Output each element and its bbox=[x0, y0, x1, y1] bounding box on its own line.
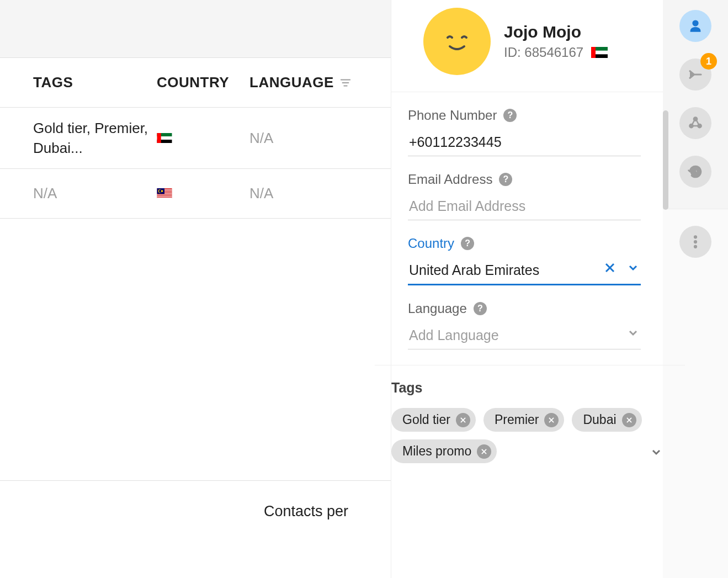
tag-label: Dubai bbox=[583, 412, 616, 427]
field-email: Email Address ? bbox=[408, 172, 641, 220]
contact-id: ID: 68546167 bbox=[504, 45, 583, 60]
tag-label: Gold tier bbox=[402, 412, 450, 427]
tag-chip[interactable]: Gold tier bbox=[391, 408, 476, 432]
svg-point-21 bbox=[694, 245, 697, 248]
tags-chips: Gold tier Premier Dubai Miles promo bbox=[391, 408, 663, 463]
person-icon bbox=[687, 18, 704, 34]
th-tags[interactable]: TAGS bbox=[33, 74, 157, 91]
phone-input[interactable] bbox=[408, 131, 641, 156]
chevron-down-icon[interactable] bbox=[626, 326, 640, 340]
flag-uae-icon bbox=[591, 47, 608, 58]
email-input[interactable] bbox=[408, 195, 641, 220]
contacts-per-label: Contacts per bbox=[264, 503, 348, 519]
expand-tags-button[interactable] bbox=[650, 446, 663, 461]
rail-history-button[interactable] bbox=[679, 156, 711, 188]
remove-tag-icon[interactable] bbox=[456, 413, 470, 427]
flag-malaysia-icon bbox=[157, 188, 172, 198]
row-tags: Gold tier, Premier, Dubai... bbox=[33, 118, 157, 158]
th-country[interactable]: COUNTRY bbox=[157, 74, 249, 91]
rail-badge: 1 bbox=[700, 53, 717, 70]
rail-profile-button[interactable] bbox=[679, 10, 711, 42]
field-country: Country ? bbox=[408, 236, 641, 285]
language-label: Language bbox=[408, 301, 467, 316]
phone-label: Phone Number bbox=[408, 108, 497, 123]
remove-tag-icon[interactable] bbox=[622, 413, 636, 427]
sort-icon[interactable] bbox=[339, 77, 352, 89]
field-language: Language ? bbox=[408, 301, 641, 349]
remove-tag-icon[interactable] bbox=[477, 444, 491, 459]
scrollbar-thumb[interactable] bbox=[663, 110, 668, 210]
email-label: Email Address bbox=[408, 172, 492, 187]
contact-detail-panel: Jojo Mojo ID: 68546167 Phone Number ? Em… bbox=[391, 0, 663, 578]
rail-merge-button[interactable]: 1 bbox=[679, 59, 711, 91]
tag-label: Premier bbox=[495, 412, 539, 427]
panel-header: Jojo Mojo ID: 68546167 bbox=[391, 0, 663, 92]
row-country bbox=[157, 130, 249, 147]
side-rail: 1 bbox=[663, 0, 728, 209]
svg-point-18 bbox=[698, 124, 701, 128]
help-icon[interactable]: ? bbox=[503, 109, 517, 122]
merge-icon bbox=[687, 66, 704, 83]
avatar bbox=[423, 8, 491, 75]
history-icon bbox=[687, 163, 704, 180]
tags-section: Tags Gold tier Premier Dubai Miles promo bbox=[375, 365, 685, 463]
language-select[interactable] bbox=[408, 324, 641, 349]
help-icon[interactable]: ? bbox=[474, 302, 487, 315]
row-tags: N/A bbox=[33, 183, 157, 203]
svg-point-16 bbox=[694, 117, 697, 120]
tag-chip[interactable]: Dubai bbox=[572, 408, 641, 432]
remove-tag-icon[interactable] bbox=[544, 413, 559, 427]
tag-chip[interactable]: Miles promo bbox=[391, 439, 497, 463]
svg-point-19 bbox=[694, 236, 697, 238]
field-phone: Phone Number ? bbox=[408, 108, 641, 156]
rail-more-button[interactable] bbox=[679, 226, 711, 258]
svg-point-17 bbox=[689, 124, 693, 128]
tag-chip[interactable]: Premier bbox=[483, 408, 565, 432]
help-icon[interactable]: ? bbox=[499, 173, 512, 186]
svg-point-20 bbox=[694, 241, 697, 243]
tags-title: Tags bbox=[391, 380, 663, 396]
more-vertical-icon bbox=[687, 234, 704, 250]
rail-share-button[interactable] bbox=[679, 107, 711, 139]
help-icon[interactable]: ? bbox=[461, 237, 474, 250]
contact-name: Jojo Mojo bbox=[504, 23, 608, 41]
chevron-down-icon[interactable] bbox=[626, 261, 640, 274]
th-language-label: LANGUAGE bbox=[249, 74, 334, 91]
row-country bbox=[157, 185, 249, 202]
tag-label: Miles promo bbox=[402, 444, 471, 459]
flag-uae-icon bbox=[157, 133, 172, 143]
share-icon bbox=[687, 115, 704, 131]
clear-icon[interactable] bbox=[603, 261, 617, 274]
country-label: Country bbox=[408, 236, 454, 251]
